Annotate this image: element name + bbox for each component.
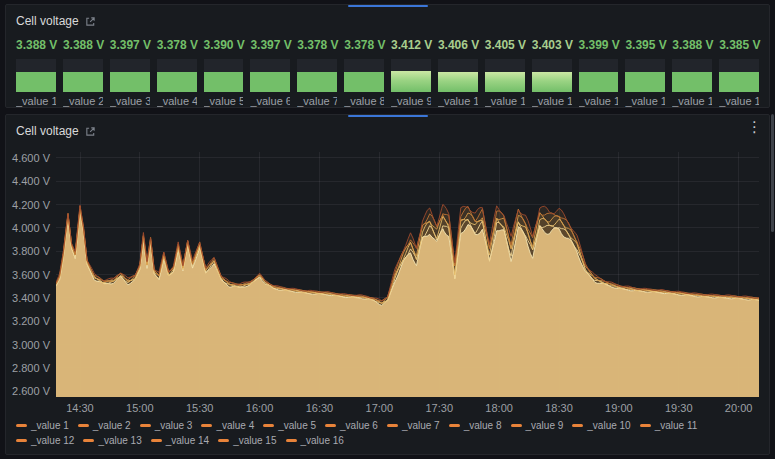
gauge-label: _value 6 [250,95,290,107]
gauge-bar-fill [250,72,290,92]
legend-series-marker [140,424,151,427]
gauge-bar [391,59,431,92]
legend-item[interactable]: _value 12 [16,435,74,446]
legend-item[interactable]: _value 15 [218,435,276,446]
legend-series-marker [16,424,27,427]
legend-series-label: _value 14 [166,435,209,446]
x-axis-label: 17:00 [366,402,394,414]
gauge-cell: 3.378 V _value 7 [297,38,337,107]
panel-link-icon[interactable] [85,16,96,27]
gauge-value: 3.388 V [16,38,56,53]
gauge-bar-fill [157,72,197,92]
gauge-value: 3.403 V [532,38,572,53]
gauge-bar-fill [485,72,525,92]
y-axis-label: 4.200 V [10,199,50,211]
legend-series-label: _value 13 [98,435,141,446]
panel-loading-bar [348,5,428,7]
gauge-bar-fill [204,72,244,92]
y-axis-label: 4.400 V [10,175,50,187]
legend-series-label: _value 7 [402,420,440,431]
gauge-value: 3.378 V [344,38,384,53]
legend-item[interactable]: _value 7 [387,420,440,431]
gauge-panel-header[interactable]: Cell voltage [6,5,769,32]
panel-link-icon[interactable] [85,126,96,137]
legend-series-marker [325,424,336,427]
gauge-bar [344,59,384,92]
gauge-bar-fill [63,72,103,92]
gauge-bar [250,59,290,92]
panel-menu-icon[interactable]: ⋮ [747,120,762,134]
y-axis-label: 3.400 V [10,292,50,304]
gauge-bar [204,59,244,92]
gauge-cell: 3.378 V _value 4 [157,38,197,107]
legend-item[interactable]: _value 6 [325,420,378,431]
legend-series-label: _value 1 [31,420,69,431]
gauge-bar [110,59,150,92]
gauge-bar-fill [672,72,712,92]
gauge-value: 3.385 V [719,38,759,53]
gauge-bar-fill [297,72,337,92]
legend-item[interactable]: _value 8 [449,420,502,431]
legend-series-label: _value 15 [233,435,276,446]
gauge-cell: 3.412 V _value 9 [391,38,431,107]
gauge-value: 3.406 V [438,38,478,53]
gauge-cell: 3.397 V _value 3 [110,38,150,107]
legend-item[interactable]: _value 16 [286,435,344,446]
gauge-value: 3.390 V [204,38,244,53]
chart-region: 4.600 V4.400 V4.200 V4.000 V3.800 V3.600… [10,144,765,417]
gauge-bar-fill [438,72,478,92]
legend-item[interactable]: _value 5 [263,420,316,431]
gauge-bar [63,59,103,92]
grafana-dashboard: Cell voltage 3.388 V _value 1 3.388 V _v… [0,0,775,459]
legend-series-marker [449,424,460,427]
gauge-bar [485,59,525,92]
graph-panel-title: Cell voltage [16,124,79,138]
x-axis-label: 16:00 [246,402,274,414]
legend-series-label: _value 3 [155,420,193,431]
gauge-bar-fill [110,72,150,92]
gauge-cell: 3.399 V _value 13 [579,38,619,107]
legend-series-marker [218,439,229,442]
legend-item[interactable]: _value 3 [140,420,193,431]
x-axis-label: 15:30 [186,402,214,414]
gauge-bar [625,59,665,92]
legend-series-marker [263,424,274,427]
legend-series-label: _value 2 [93,420,131,431]
x-axis-label: 19:30 [665,402,693,414]
gauge-value: 3.378 V [157,38,197,53]
scrollbar-thumb[interactable] [771,114,774,232]
legend-series-marker [640,424,651,427]
time-series-chart [56,152,759,397]
legend-series-label: _value 10 [587,420,630,431]
gauge-label: _value 5 [204,95,244,107]
legend-item[interactable]: _value 11 [640,420,698,431]
gauge-label: _value 12 [532,95,572,107]
legend-item[interactable]: _value 4 [201,420,254,431]
gauge-bar-fill [719,72,759,92]
gauge-label: _value 4 [157,95,197,107]
legend-item[interactable]: _value 14 [151,435,209,446]
gauge-cell: 3.390 V _value 5 [204,38,244,107]
gauge-bar [157,59,197,92]
gauge-label: _value 9 [391,95,431,107]
gauge-bar-fill [16,72,56,92]
legend-item[interactable]: _value 2 [78,420,131,431]
x-axis-label: 16:30 [306,402,334,414]
gauge-bar [297,59,337,92]
legend-series-label: _value 9 [526,420,564,431]
scrollbar[interactable] [770,0,775,459]
plot-area[interactable] [56,152,759,397]
legend-series-label: _value 5 [278,420,316,431]
legend-item[interactable]: _value 10 [572,420,630,431]
gauge-label: _value 2 [63,95,103,107]
legend-item[interactable]: _value 13 [83,435,141,446]
gauge-value: 3.388 V [672,38,712,53]
legend-series-marker [78,424,89,427]
gauge-label: _value 15 [672,95,712,107]
graph-panel-header[interactable]: Cell voltage [6,115,769,142]
legend-item[interactable]: _value 9 [511,420,564,431]
legend-item[interactable]: _value 1 [16,420,69,431]
legend-series-label: _value 8 [464,420,502,431]
gauge-bar-fill [344,72,384,92]
gauge-label: _value 14 [625,95,665,107]
